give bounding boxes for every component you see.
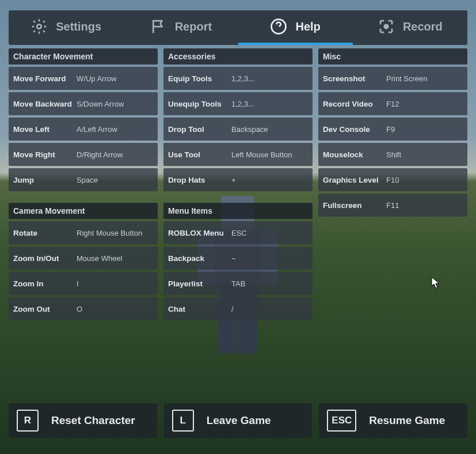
keybind-row: Drop Hats+: [163, 168, 313, 191]
keybind-label: Zoom In: [9, 279, 77, 288]
keybind-row: Use ToolLeft Mouse Button: [163, 143, 313, 166]
keybind-row: Move RightD/Right Arrow: [9, 143, 158, 166]
keybind-row: Equip Tools1,2,3...: [163, 67, 313, 90]
keybind-row: Chat/: [163, 297, 313, 320]
keybind-label: Zoom Out: [9, 305, 77, 313]
keybind-value: F9: [386, 125, 467, 134]
keybind-row: ROBLOX MenuESC: [163, 221, 313, 244]
section-character-movement: Character Movement Move ForwardW/Up Arro…: [9, 48, 158, 191]
svg-point-0: [37, 24, 41, 29]
keybind-label: ROBLOX Menu: [163, 229, 231, 237]
record-icon: [378, 18, 395, 35]
keybind-label: Drop Tool: [163, 125, 231, 134]
keybind-row: FullscreenF11: [318, 194, 467, 217]
keybind-value: D/Right Arrow: [77, 150, 158, 159]
keybind-label: Mouselock: [318, 150, 386, 159]
keybind-value: F11: [386, 201, 467, 210]
keybind-value: Shift: [386, 150, 467, 159]
section-camera-movement: Camera Movement RotateRight Mouse Button…: [9, 203, 158, 320]
keybind-value: I: [77, 279, 158, 288]
keybind-label: Jump: [9, 176, 77, 184]
keybind-row: Dev ConsoleF9: [318, 118, 467, 141]
keybind-row: Drop ToolBackspace: [163, 118, 313, 141]
keybind-value: O: [77, 305, 158, 313]
tab-record-label: Record: [403, 20, 443, 33]
tab-help-label: Help: [295, 20, 320, 33]
keybind-row: Backpack~: [163, 247, 313, 270]
menu-overlay: Settings Report Help Record Character Mo…: [0, 0, 476, 454]
keybind-sections: Character Movement Move ForwardW/Up Arro…: [9, 48, 467, 332]
keybind-label: Use Tool: [163, 150, 231, 159]
keybind-label: Graphics Level: [318, 176, 386, 184]
keybind-row: Record VideoF12: [318, 92, 467, 115]
tab-settings[interactable]: Settings: [9, 10, 123, 45]
keybind-label: Move Forward: [9, 74, 77, 83]
keybind-label: Equip Tools: [163, 74, 231, 83]
keybind-value: W/Up Arrow: [77, 74, 158, 83]
keybind-value: ~: [231, 254, 313, 263]
keybind-value: Backspace: [231, 125, 313, 134]
keybind-label: Unequip Tools: [163, 100, 231, 108]
keybind-value: Right Mouse Button: [77, 229, 158, 237]
button-label: Resume Game: [369, 414, 445, 427]
tab-report[interactable]: Report: [123, 10, 238, 45]
keybind-row: Zoom InI: [9, 272, 158, 295]
keybind-value: +: [231, 176, 313, 184]
keybind-label: Backpack: [163, 254, 231, 263]
tab-bar: Settings Report Help Record: [9, 10, 467, 45]
keybind-label: Fullscreen: [318, 201, 386, 210]
tab-settings-label: Settings: [56, 20, 101, 33]
section-title: Camera Movement: [9, 203, 158, 219]
keybind-label: Drop Hats: [163, 176, 231, 184]
keybind-label: Playerlist: [163, 279, 231, 288]
section-misc: Misc ScreenshotPrint ScreenRecord VideoF…: [318, 48, 467, 217]
keybind-row: JumpSpace: [9, 168, 158, 191]
section-accessories: Accessories Equip Tools1,2,3...Unequip T…: [163, 48, 313, 191]
keybind-label: Zoom In/Out: [9, 254, 77, 263]
tab-report-label: Report: [175, 20, 212, 33]
keybind-label: Move Right: [9, 150, 77, 159]
section-title: Misc: [318, 48, 467, 65]
keybind-value: 1,2,3...: [231, 100, 313, 108]
gear-icon: [31, 18, 48, 35]
button-label: Leave Game: [207, 414, 271, 427]
keybind-label: Record Video: [318, 100, 386, 108]
reset-character-button[interactable]: R Reset Character: [9, 403, 157, 438]
keybind-row: Move LeftA/Left Arrow: [9, 118, 158, 141]
keybind-label: Rotate: [9, 229, 77, 237]
keybind-label: Screenshot: [318, 74, 386, 83]
keybind-row: Unequip Tools1,2,3...: [163, 92, 313, 115]
keybind-row: RotateRight Mouse Button: [9, 221, 158, 244]
resume-game-button[interactable]: ESC Resume Game: [319, 403, 467, 438]
keybind-value: TAB: [231, 279, 313, 288]
keybind-row: Move ForwardW/Up Arrow: [9, 67, 158, 90]
keybind-row: PlayerlistTAB: [163, 272, 313, 295]
keybind-value: Mouse Wheel: [77, 254, 158, 263]
leave-game-button[interactable]: L Leave Game: [164, 403, 313, 438]
keybind-value: F12: [386, 100, 467, 108]
keybind-value: Print Screen: [386, 74, 467, 83]
keycap: L: [172, 410, 194, 432]
keybind-row: Move BackwardS/Down Arrow: [9, 92, 158, 115]
button-label: Reset Character: [51, 414, 135, 427]
keybind-value: S/Down Arrow: [77, 100, 158, 108]
tab-record[interactable]: Record: [353, 10, 467, 45]
keybind-label: Chat: [163, 305, 231, 313]
section-title: Menu Items: [163, 203, 313, 219]
tab-help[interactable]: Help: [238, 10, 353, 45]
flag-icon: [150, 18, 167, 35]
keybind-value: 1,2,3...: [231, 74, 313, 83]
keybind-row: ScreenshotPrint Screen: [318, 67, 467, 90]
keybind-value: F10: [386, 176, 467, 184]
keybind-value: Left Mouse Button: [231, 150, 313, 159]
section-menu-items: Menu Items ROBLOX MenuESCBackpack~Player…: [163, 203, 313, 320]
keybind-row: Graphics LevelF10: [318, 168, 467, 191]
keybind-value: /: [231, 305, 313, 313]
cursor-icon: [431, 277, 440, 289]
keycap: ESC: [327, 410, 356, 432]
svg-point-2: [384, 25, 388, 28]
keybind-row: MouselockShift: [318, 143, 467, 166]
keybind-label: Move Left: [9, 125, 77, 134]
keybind-value: A/Left Arrow: [77, 125, 158, 134]
keybind-value: ESC: [231, 229, 313, 237]
